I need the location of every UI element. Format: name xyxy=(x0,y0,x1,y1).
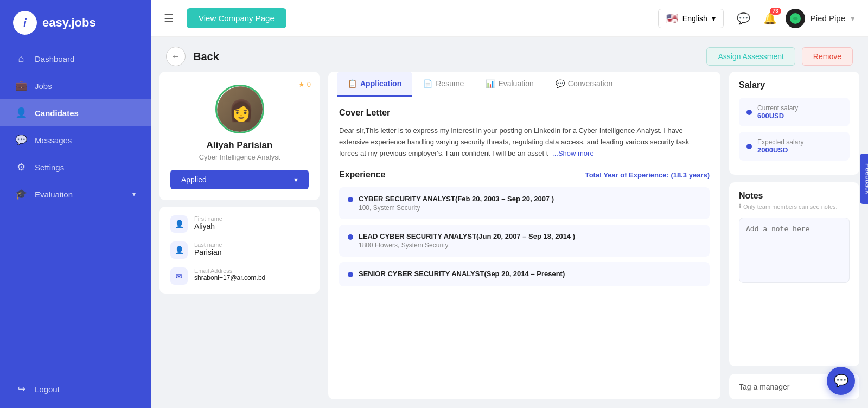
assign-assessment-button[interactable]: Assign Assessment xyxy=(706,47,795,66)
avatar: 👩 xyxy=(215,85,264,133)
exp-job-title: SENIOR CYBER SECURITY ANALYST(Sep 20, 20… xyxy=(359,270,565,278)
chat-fab[interactable]: 💬 xyxy=(827,367,855,395)
topbar: ☰ View Company Page 🇺🇸 English ▾ 💬 🔔 73 … xyxy=(151,0,868,37)
sidebar-item-label: Candidates xyxy=(35,109,79,118)
sidebar-item-jobs[interactable]: 💼 Jobs xyxy=(0,72,151,99)
flag-icon: 🇺🇸 xyxy=(666,12,678,24)
salary-dot xyxy=(746,110,752,115)
back-button[interactable]: ← xyxy=(166,47,186,66)
company-selector[interactable]: Pied Pipe ▾ xyxy=(786,9,855,28)
experience-item: CYBER SECURITY ANALYST(Feb 20, 2003 – Se… xyxy=(339,187,710,219)
person-icon: 👤 xyxy=(170,241,188,259)
tab-label: Resume xyxy=(436,79,464,88)
evaluation-icon: 🎓 xyxy=(15,188,27,200)
sidebar-item-dashboard[interactable]: ⌂ Dashboard xyxy=(0,46,151,72)
expected-salary-label: Expected salary xyxy=(757,138,803,146)
status-label: Applied xyxy=(181,175,207,184)
sidebar-item-messages[interactable]: 💬 Messages xyxy=(0,126,151,154)
company-logo xyxy=(786,9,805,28)
notes-subtitle: ℹ Only team members can see notes. xyxy=(739,203,850,210)
sidebar-item-label: Messages xyxy=(35,136,72,145)
expected-salary-value: 2000USD xyxy=(757,146,803,154)
sidebar-item-label: Dashboard xyxy=(35,54,74,63)
tab-label: Application xyxy=(360,79,401,88)
experience-item: LEAD CYBER SECURITY ANALYST(Jun 20, 2007… xyxy=(339,225,710,257)
exp-dot xyxy=(348,272,353,277)
show-more-link[interactable]: ...Show more xyxy=(552,149,594,157)
note-input[interactable] xyxy=(739,218,850,283)
notifications-icon[interactable]: 🔔 73 xyxy=(763,12,777,25)
view-company-button[interactable]: View Company Page xyxy=(187,8,286,28)
messages-icon[interactable]: 💬 xyxy=(737,12,750,25)
chevron-down-icon: ▾ xyxy=(712,14,716,23)
first-name-label: First name xyxy=(194,215,222,222)
three-column-layout: ★ 0 👩 Aliyah Parisian Cyber Intelligence… xyxy=(151,72,868,408)
messages-icon: 💬 xyxy=(15,134,27,146)
language-selector[interactable]: 🇺🇸 English ▾ xyxy=(658,9,724,28)
sidebar-logout-label: Logout xyxy=(35,385,60,394)
settings-icon: ⚙ xyxy=(15,161,27,173)
chevron-down-icon: ▾ xyxy=(132,190,136,198)
sidebar-item-evaluation[interactable]: 🎓 Evaluation ▾ xyxy=(0,181,151,208)
current-salary-label: Current salary xyxy=(757,104,798,112)
candidate-title: Cyber Intelligence Analyst xyxy=(199,153,280,161)
sidebar-item-logout[interactable]: ↪ Logout xyxy=(0,375,151,403)
last-name-value: Parisian xyxy=(194,248,222,257)
salary-card: Salary Current salary 600USD Expected sa… xyxy=(729,72,859,175)
application-tab-icon: 📋 xyxy=(348,79,357,88)
current-salary-value: 600USD xyxy=(757,112,798,120)
back-bar: ← Back Assign Assessment Remove xyxy=(151,37,868,72)
status-dropdown[interactable]: Applied ▾ xyxy=(170,170,309,189)
candidates-icon: 👤 xyxy=(15,107,27,119)
first-name-value: Aliyah xyxy=(194,222,222,231)
email-icon: ✉ xyxy=(170,267,188,285)
email-row: ✉ Email Address shraboni+17@ar.com.bd xyxy=(170,267,309,285)
person-icon: 👤 xyxy=(170,215,188,233)
tab-resume[interactable]: 📄 Resume xyxy=(412,72,475,97)
info-icon: ℹ xyxy=(739,203,741,210)
sidebar-item-label: Jobs xyxy=(35,81,52,91)
chevron-down-icon: ▾ xyxy=(851,14,855,23)
sidebar-item-settings[interactable]: ⚙ Settings xyxy=(0,154,151,181)
main-content: ☰ View Company Page 🇺🇸 English ▾ 💬 🔔 73 … xyxy=(151,0,868,408)
feedback-tab[interactable]: Feedback xyxy=(860,154,869,204)
sidebar-item-label: Evaluation xyxy=(35,190,73,199)
tab-evaluation[interactable]: 📊 Evaluation xyxy=(475,72,544,97)
sidebar-nav: ⌂ Dashboard 💼 Jobs 👤 Candidates 💬 Messag… xyxy=(0,46,151,375)
candidate-card: ★ 0 👩 Aliyah Parisian Cyber Intelligence… xyxy=(159,72,320,200)
sidebar-logo: i easy.jobs xyxy=(0,0,151,46)
email-value: shraboni+17@ar.com.bd xyxy=(194,274,265,282)
logo-text: easy.jobs xyxy=(42,16,96,30)
exp-company: 1800 Flowers, System Security xyxy=(359,241,575,249)
page-body: ← Back Assign Assessment Remove ★ 0 👩 Al… xyxy=(151,37,868,408)
info-card: 👤 First name Aliyah 👤 Last name Parisian xyxy=(159,207,320,294)
chevron-down-icon: ▾ xyxy=(294,175,298,184)
tab-label: Evaluation xyxy=(498,79,533,88)
sidebar: i easy.jobs ⌂ Dashboard 💼 Jobs 👤 Candida… xyxy=(0,0,151,408)
first-name-row: 👤 First name Aliyah xyxy=(170,215,309,233)
language-label: English xyxy=(682,14,707,23)
email-label: Email Address xyxy=(194,267,265,274)
tab-conversation[interactable]: 💬 Conversation xyxy=(545,72,624,97)
action-buttons: Assign Assessment Remove xyxy=(706,47,853,66)
exp-job-title: CYBER SECURITY ANALYST(Feb 20, 2003 – Se… xyxy=(359,195,554,203)
conversation-tab-icon: 💬 xyxy=(556,79,565,88)
jobs-icon: 💼 xyxy=(15,80,27,92)
company-name: Pied Pipe xyxy=(810,14,845,23)
experience-years: Total Year of Experience: (18.3 years) xyxy=(585,171,710,179)
expected-salary-row: Expected salary 2000USD xyxy=(739,132,850,161)
remove-button[interactable]: Remove xyxy=(802,47,853,66)
evaluation-tab-icon: 📊 xyxy=(486,79,495,88)
tab-application[interactable]: 📋 Application xyxy=(337,72,412,97)
salary-title: Salary xyxy=(739,80,850,90)
resume-tab-icon: 📄 xyxy=(423,79,432,88)
menu-icon[interactable]: ☰ xyxy=(164,12,174,25)
salary-dot xyxy=(746,144,752,149)
current-salary-row: Current salary 600USD xyxy=(739,98,850,126)
logout-icon: ↪ xyxy=(15,383,27,395)
tab-label: Conversation xyxy=(568,79,613,88)
sidebar-item-candidates[interactable]: 👤 Candidates xyxy=(0,99,151,126)
last-name-row: 👤 Last name Parisian xyxy=(170,241,309,259)
right-panel: Salary Current salary 600USD Expected sa… xyxy=(729,72,859,399)
notes-title: Notes xyxy=(739,191,850,201)
